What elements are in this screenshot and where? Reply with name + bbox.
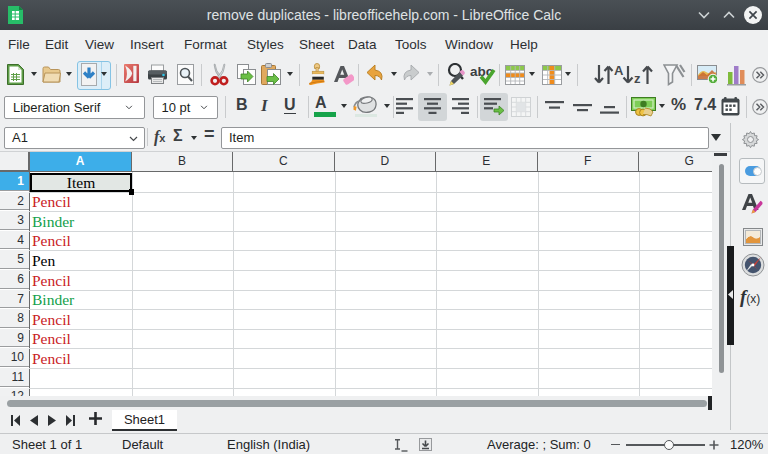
svg-text:A: A — [614, 63, 624, 78]
svg-text:z: z — [634, 71, 641, 86]
